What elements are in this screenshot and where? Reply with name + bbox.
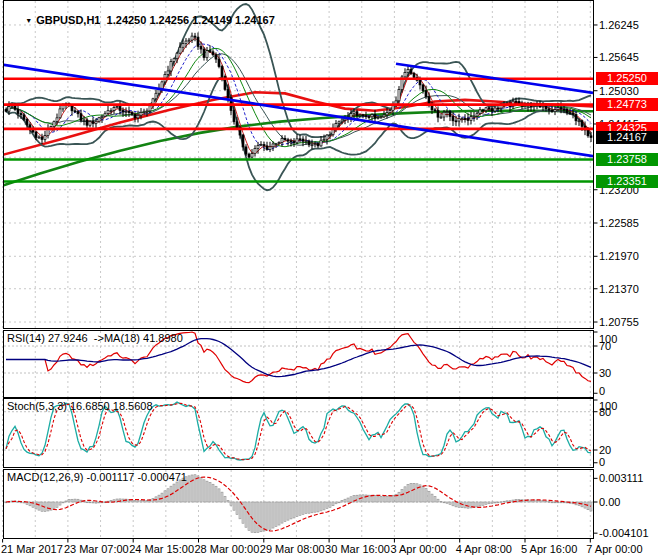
time-axis[interactable] [0,540,660,560]
chart-canvas[interactable] [0,0,660,560]
price-scale[interactable] [594,0,660,540]
trading-terminal-window: ▼GBPUSD,H1 1.24250 1.24256 1.24149 1.241… [0,0,660,560]
